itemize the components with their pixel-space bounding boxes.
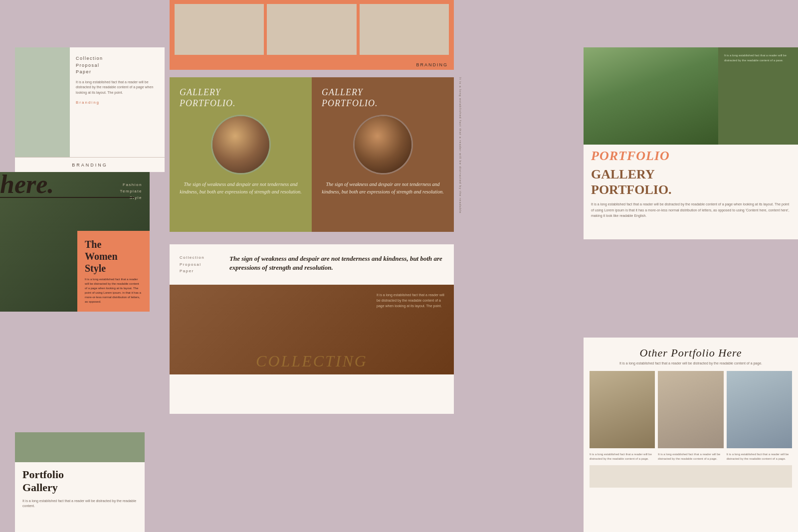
collection-photo [15, 47, 70, 157]
gallery-right-photo [355, 116, 411, 173]
collection-text: CollectionProposalPaper It is a long est… [70, 47, 165, 157]
collecting-text: COLLECTING [256, 352, 368, 370]
photos-row [170, 0, 454, 55]
photo-frame-2 [267, 4, 356, 55]
other-portfolio-title: Other Portfolio Here [584, 338, 798, 361]
gallery-left-title: GALLERYPORTFOLIO. [180, 87, 302, 109]
fashion-label: FashionTemplateStyle [120, 182, 142, 201]
right-panel: It is a long established fact that a rea… [718, 47, 798, 145]
other-photo-3 [727, 371, 792, 448]
other-photo-1 [590, 371, 655, 448]
right-panel-text: It is a long established fact that a rea… [724, 53, 792, 63]
gallery-left-quote: The sign of weakness and despair are not… [180, 180, 302, 195]
center-bottom-card: CollectionProposalPaper The sign of weak… [170, 244, 454, 414]
center-collection-label: CollectionProposalPaper [180, 254, 219, 275]
portfolio-gallery-body: It is a long established fact that a rea… [22, 499, 137, 509]
center-bottom-photo: It is a long established fact that a rea… [170, 285, 454, 374]
right-body-text: It is a long established fact that a rea… [584, 201, 798, 218]
caption-2: It is a long established fact that a rea… [658, 452, 723, 461]
collection-branding[interactable]: Branding [76, 100, 159, 105]
center-bottom-top: CollectionProposalPaper The sign of weak… [170, 244, 454, 285]
right-main-photo [584, 47, 718, 145]
bottom-left-card: PortfolioGallery It is a long establishe… [15, 432, 145, 532]
top-center-card: BRANDING [170, 0, 454, 70]
left-collection-card: CollectionProposalPaper It is a long est… [15, 47, 165, 157]
other-photo-2 [658, 371, 723, 448]
bottom-extra-bar [590, 465, 792, 488]
collection-title: CollectionProposalPaper [76, 55, 159, 76]
gallery-right-circle [353, 115, 413, 175]
gallery-right-quote: The sign of weakness and despair are not… [322, 180, 444, 195]
gallery-right-half: GALLERYPORTFOLIO. The sign of weakness a… [312, 77, 454, 232]
women-box: TheWomenStyle It is a long established f… [77, 231, 150, 312]
vertical-text: It is a long established fact that a rea… [452, 77, 462, 232]
caption-1: It is a long established fact that a rea… [590, 452, 655, 461]
other-photos-row [584, 371, 798, 448]
portfolio-gallery-title: PortfolioGallery [22, 468, 137, 495]
other-portfolio-subtitle: It is a long established fact that a rea… [584, 361, 798, 371]
collection-body: It is a long established fact that a rea… [76, 80, 159, 96]
gallery-right-title: GALLERYPORTFOLIO. [322, 87, 444, 109]
gallery-left-photo [212, 116, 269, 173]
right-top-row: It is a long established fact that a rea… [584, 47, 798, 145]
gallery-left-circle [211, 115, 271, 175]
center-gallery-card: GALLERYPORTFOLIO. The sign of weakness a… [170, 77, 454, 232]
captions-row: It is a long established fact that a rea… [584, 448, 798, 461]
women-title: TheWomenStyle [85, 238, 142, 274]
photo-frame-1 [175, 4, 264, 55]
right-gallery-title: GALLERYPORTFOLIO. [584, 166, 798, 201]
center-side-text: It is a long established fact that a rea… [377, 292, 446, 309]
photo-frame-3 [360, 4, 449, 55]
caption-3: It is a long established fact that a rea… [727, 452, 792, 461]
here-text: here. [0, 170, 54, 199]
right-bottom-card: Other Portfolio Here It is a long establ… [584, 338, 798, 532]
gallery-left-half: GALLERYPORTFOLIO. The sign of weakness a… [170, 77, 312, 232]
here-underline [0, 197, 135, 198]
bottom-photo [15, 432, 145, 462]
branding-bar-label: BRANDING [72, 163, 108, 168]
right-top-card: It is a long established fact that a rea… [584, 47, 798, 239]
bottom-text: PortfolioGallery It is a long establishe… [15, 462, 145, 515]
center-quote: The sign of weakness and despair are not… [229, 254, 444, 275]
branding-label: BRANDING [416, 62, 448, 67]
women-body: It is a long established fact that a rea… [85, 277, 142, 304]
portfolio-label: PORTFOLIO [584, 145, 798, 166]
